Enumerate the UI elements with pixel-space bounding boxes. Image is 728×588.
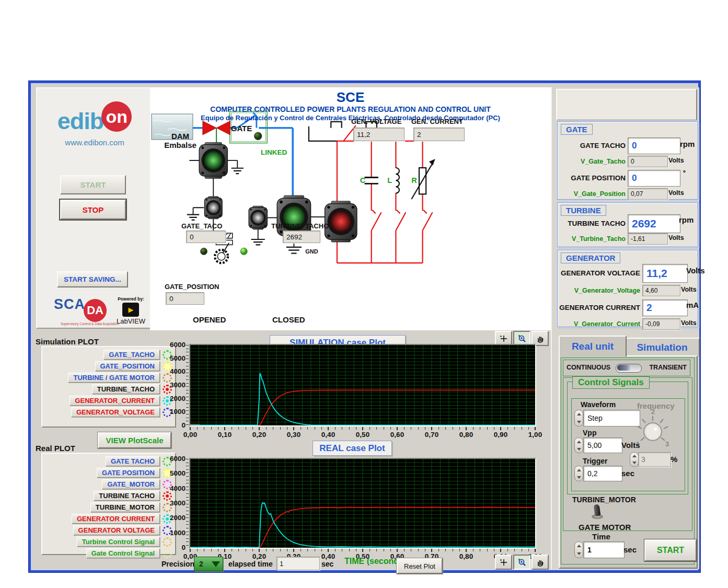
plot-visibility-button[interactable]: GENERATOR_VOLTAGE bbox=[71, 407, 160, 417]
plot-visibility-button[interactable]: TURBINE_MOTOR bbox=[90, 502, 160, 512]
motor-start-button[interactable]: START bbox=[644, 539, 697, 561]
schematic-graphics: C L R GND bbox=[150, 87, 551, 330]
gate-position-panel-label: GATE POSITION bbox=[558, 174, 626, 182]
title-spanish: Equipo de Regulación y Control de Centra… bbox=[150, 114, 551, 122]
y-tick-label: 0 bbox=[181, 544, 186, 551]
gen-voltage-display: 11,2 bbox=[353, 128, 405, 141]
plot-visibility-button[interactable]: GENERATOR VOLTAGE bbox=[73, 525, 160, 535]
real-plot-section-label: Real PLOT bbox=[36, 444, 75, 453]
trigger-input[interactable]: 0,2 bbox=[583, 466, 622, 481]
scada-logo-text: SCA bbox=[54, 296, 85, 312]
plot-visibility-button[interactable]: GENERATOR CURRENT bbox=[72, 514, 160, 524]
v-gate-tacho-display: 0 bbox=[628, 156, 668, 167]
plot-visibility-button[interactable]: GATE_MOTOR bbox=[102, 479, 160, 489]
trigger-label: Trigger bbox=[583, 457, 607, 465]
vpp-stepper[interactable] bbox=[574, 437, 583, 453]
time-input[interactable]: 1 bbox=[583, 541, 625, 558]
turbine-tacho-display: 2692 bbox=[283, 230, 320, 243]
website-link[interactable]: www.edibon.com bbox=[37, 138, 152, 147]
turbine-tacho-input[interactable]: 2692 bbox=[628, 214, 680, 233]
mode-slider[interactable] bbox=[616, 364, 642, 373]
turbine-tacho-unit: rpm bbox=[679, 215, 694, 224]
resistor-label: R bbox=[411, 176, 417, 185]
elapsed-time-label: elapsed time bbox=[228, 560, 273, 568]
plot-visibility-button[interactable]: GATE TACHO bbox=[106, 456, 160, 466]
gate-taco-label: GATE_TACO bbox=[181, 222, 222, 230]
turbine-tacho-panel-label: TURBINE TACHO bbox=[558, 220, 626, 227]
gate-tacho-input[interactable]: 0 bbox=[628, 137, 680, 154]
time-stepper[interactable] bbox=[574, 541, 583, 558]
vpp-input[interactable]: 5,00 bbox=[583, 437, 622, 453]
knob-mark-3: 3 bbox=[665, 440, 669, 448]
generator-motor-icon bbox=[325, 201, 357, 242]
x-tick-label: 0,70 bbox=[419, 431, 444, 439]
continuous-label: CONTINUOUS bbox=[567, 364, 610, 371]
turbine-instrument-panel: TURBINE TURBINE TACHO 2692 rpm V_Turbine… bbox=[557, 202, 698, 247]
generator-current-input[interactable]: 2 bbox=[642, 299, 688, 316]
plot-visibility-button[interactable]: Gate Control Signal bbox=[86, 548, 160, 558]
inductor-icon bbox=[396, 168, 399, 193]
gate-panel-title: GATE bbox=[561, 124, 593, 135]
start-saving-button[interactable]: START SAVING... bbox=[57, 271, 128, 287]
plot-visibility-button[interactable]: GATE_POSITION bbox=[95, 361, 160, 371]
opened-led bbox=[200, 248, 207, 255]
x-tick-label: 0,10 bbox=[212, 431, 237, 439]
v-gate-position-unit: Volts bbox=[668, 189, 684, 197]
stop-button[interactable]: STOP bbox=[60, 200, 126, 220]
x-minor-ticks bbox=[190, 549, 535, 551]
sim-plot-section-label: Simulation PLOT bbox=[36, 337, 99, 346]
view-plotscale-button[interactable]: VIEW PlotScale bbox=[98, 432, 171, 448]
precision-label: Precision bbox=[161, 560, 194, 568]
y-tick-label: 1000 bbox=[170, 529, 186, 537]
turbine-motor-toggle[interactable] bbox=[591, 504, 604, 519]
x-tick-label: 0,00 bbox=[178, 431, 203, 439]
gate-valve-label: GATE bbox=[223, 124, 260, 133]
turbine-tacho-motor-icon bbox=[249, 206, 267, 229]
waveform-select[interactable]: Step bbox=[583, 410, 640, 426]
real-plot-toolbar bbox=[495, 555, 549, 570]
plot-visibility-button[interactable]: GATE POSITION bbox=[97, 468, 160, 478]
control-panel-body: CONTINUOUS TRANSIENT Control Signals Wav… bbox=[559, 355, 698, 569]
plot-visibility-button[interactable]: GENERATOR_CURRENT bbox=[70, 396, 160, 406]
turbine-motor-label: TURBINE_MOTOR bbox=[572, 495, 636, 504]
dropdown-arrow-icon bbox=[212, 561, 220, 567]
cursor-tool-icon[interactable] bbox=[495, 555, 512, 570]
v-generator-current-unit: Volts bbox=[681, 319, 697, 327]
waveform-stepper[interactable] bbox=[574, 410, 583, 426]
start-button[interactable]: START bbox=[60, 175, 126, 194]
generator-voltage-input[interactable]: 11,2 bbox=[642, 264, 688, 283]
zoom-tool-icon[interactable] bbox=[513, 555, 530, 570]
tab-simulation[interactable]: Simulation bbox=[625, 338, 700, 356]
reset-plot-button[interactable]: Reset Plot bbox=[397, 558, 443, 574]
gate-position-unit: º bbox=[683, 169, 686, 177]
instrument-column: GATE GATE TACHO 0 rpm V_Gate_Tacho 0 Vol… bbox=[551, 87, 699, 569]
real-chart-frame bbox=[189, 458, 536, 549]
mimic-diagram: C L R GND SCE COMPUTER CONTROLLED POWER … bbox=[150, 87, 551, 330]
plot-visibility-button[interactable]: GATE_TACHO bbox=[103, 350, 160, 360]
scada-logo: SCADA bbox=[54, 296, 107, 322]
legend-row: GATE_TACHO bbox=[42, 350, 172, 360]
v-turbine-tacho-display: -1,61 bbox=[628, 233, 668, 245]
legend-row: GENERATOR VOLTAGE bbox=[42, 525, 172, 535]
trigger-stepper[interactable] bbox=[574, 466, 583, 481]
x-tick-label: 0,90 bbox=[488, 431, 513, 439]
x-tick-label: 0,60 bbox=[385, 431, 410, 439]
gate-position-input[interactable]: 0 bbox=[628, 170, 680, 187]
tab-real-unit[interactable]: Real unit bbox=[559, 336, 627, 356]
blank-panel bbox=[556, 89, 697, 121]
plot-visibility-button[interactable]: TURBINE / GATE MOTOR bbox=[68, 373, 160, 383]
frequency-stepper bbox=[630, 452, 639, 467]
inductor-label: L bbox=[387, 176, 392, 185]
turbine-tacho-label: TURBINE_TACHO bbox=[271, 222, 329, 230]
precision-dropdown[interactable]: 2 bbox=[194, 557, 223, 571]
edibon-logo: edibon bbox=[37, 101, 152, 135]
precision-value: 2 bbox=[194, 560, 212, 568]
plot-visibility-button[interactable]: TURBINE_TACHO bbox=[92, 384, 160, 394]
labview-label: LabVIEW bbox=[117, 317, 145, 325]
legend-row: GENERATOR CURRENT bbox=[42, 514, 172, 524]
plot-visibility-button[interactable]: Turbine Control Signal bbox=[77, 537, 160, 547]
generator-voltage-label: GENERATOR VOLTAGE bbox=[558, 269, 640, 277]
pan-tool-icon[interactable] bbox=[531, 555, 549, 570]
y-tick-label: 3000 bbox=[170, 499, 186, 507]
plot-visibility-button[interactable]: TURBINE TACHO bbox=[94, 491, 160, 501]
